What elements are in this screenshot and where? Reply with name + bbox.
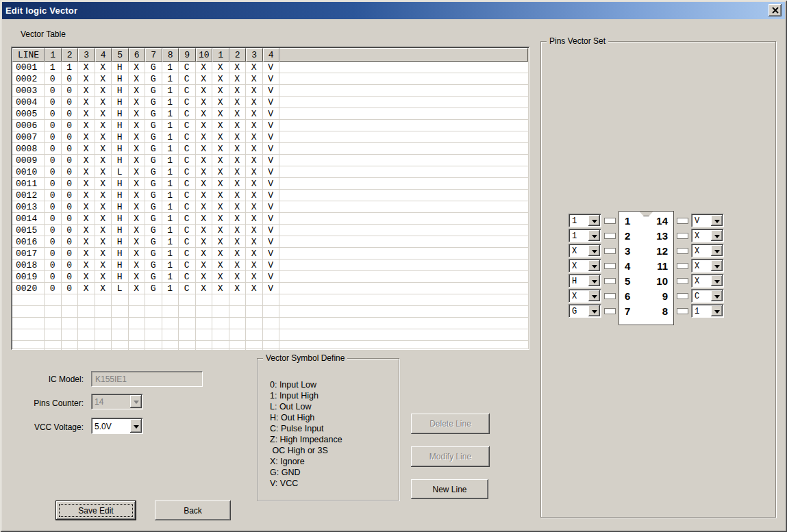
pin-12-dropdown-button[interactable] — [711, 245, 723, 256]
empty-table-row — [12, 318, 528, 329]
vector-cell: 0 — [62, 120, 79, 131]
vector-cell: 0 — [62, 236, 79, 247]
pin-7-vector-combo[interactable]: G — [569, 304, 601, 318]
pin-14-dropdown-button[interactable] — [711, 215, 723, 226]
pin-5-dropdown-button[interactable] — [588, 275, 600, 286]
vector-cell: H — [112, 259, 129, 270]
vector-cell: X — [246, 271, 263, 282]
chevron-down-icon — [714, 265, 720, 268]
vector-cell: V — [263, 225, 280, 236]
vector-cell: H — [112, 155, 129, 166]
title-bar[interactable]: Edit logic Vector — [2, 2, 785, 19]
vector-cell — [263, 329, 280, 340]
pin-6-dropdown-button[interactable] — [588, 290, 600, 301]
vector-cell: X — [229, 271, 247, 282]
vector-cell — [212, 294, 229, 305]
pin-13-vector-value: X — [692, 229, 710, 242]
pin-10-vector-value: X — [692, 275, 710, 287]
vcc-voltage-dropdown-button[interactable] — [130, 419, 142, 433]
pin-2-dropdown-button[interactable] — [588, 230, 600, 241]
column-header: 3 — [246, 48, 263, 62]
vector-cell: X — [78, 259, 95, 270]
pin-11-dropdown-button[interactable] — [711, 260, 723, 271]
new-line-button[interactable]: New Line — [411, 479, 488, 499]
pin-14-vector-combo[interactable]: V — [691, 214, 724, 227]
vector-cell: 0 — [45, 73, 62, 84]
pin-9-vector-combo[interactable]: C — [691, 289, 724, 303]
vector-cell: X — [196, 190, 213, 201]
close-button[interactable] — [769, 4, 782, 16]
vector-cell: X — [212, 271, 229, 282]
pin-6-vector-combo[interactable]: X — [569, 289, 601, 303]
vector-cell — [196, 294, 213, 305]
chip-notch-icon — [640, 212, 653, 216]
column-header: 2 — [229, 48, 247, 62]
vector-cell: V — [263, 166, 280, 177]
pin-10-dropdown-button[interactable] — [711, 275, 723, 286]
pin-1-dropdown-button[interactable] — [588, 215, 600, 226]
vector-cell — [129, 318, 146, 329]
pin-12-vector-combo[interactable]: X — [691, 244, 724, 257]
vector-cell: C — [179, 143, 196, 154]
row-filler — [279, 155, 528, 166]
pin-1-vector-combo[interactable]: 1 — [569, 214, 601, 227]
vector-cell — [62, 341, 79, 350]
pin-13-dropdown-button[interactable] — [711, 230, 723, 241]
pin-8-vector-combo[interactable]: 1 — [691, 304, 724, 318]
pin-stub-slot — [677, 214, 688, 227]
vector-table-grid[interactable]: LINE123456789101234 000111XXHXG1CXXXXV00… — [11, 47, 529, 350]
pin-7-dropdown-button[interactable] — [588, 305, 600, 316]
vector-cell: X — [78, 62, 95, 73]
pin-4-vector-combo[interactable]: X — [569, 259, 601, 273]
vector-cell: X — [129, 73, 146, 84]
pin-2-stub — [604, 233, 616, 239]
pin-3-vector-combo[interactable]: X — [569, 244, 601, 257]
vector-cell: 1 — [162, 190, 179, 201]
pin-stub-slot — [677, 259, 688, 273]
vector-cell: X — [229, 213, 247, 224]
pin-13-vector-combo[interactable]: X — [691, 229, 724, 242]
table-row: 000600XXHXG1CXXXXV — [12, 120, 528, 131]
vector-cell: X — [78, 143, 95, 154]
ic-chip-body: 1234567 141312111098 — [619, 211, 674, 325]
pin-2-vector-combo[interactable]: 1 — [569, 229, 601, 242]
column-header-filler — [279, 48, 528, 62]
pin-3-vector-value: X — [569, 244, 588, 257]
row-filler — [279, 341, 528, 350]
vector-cell: 0 — [45, 120, 62, 131]
table-row: 002000XXLXG1CXXXXV — [12, 283, 528, 294]
table-row: 001600XXHXG1CXXXXV — [12, 236, 528, 248]
pin-11-stub — [677, 263, 688, 269]
pin-8-dropdown-button[interactable] — [711, 305, 723, 316]
vector-cell: 0 — [62, 73, 79, 84]
pin-4-dropdown-button[interactable] — [588, 260, 600, 271]
vector-cell — [162, 341, 179, 350]
vector-cell: 0 — [45, 97, 62, 107]
vector-cell: 0 — [62, 213, 79, 224]
pin-3-dropdown-button[interactable] — [588, 245, 600, 256]
pin-11-vector-combo[interactable]: X — [691, 259, 724, 273]
chevron-down-icon — [592, 280, 597, 283]
vector-cell: X — [246, 120, 263, 131]
pin-10-vector-combo[interactable]: X — [691, 274, 724, 288]
pin-5-vector-combo[interactable]: H — [569, 274, 601, 288]
vector-cell — [196, 341, 213, 350]
vector-cell — [263, 306, 280, 317]
vcc-voltage-combo[interactable]: 5.0V — [91, 418, 143, 434]
line-number-cell: 0004 — [12, 97, 45, 107]
empty-table-row — [12, 306, 528, 318]
chevron-down-icon — [134, 425, 139, 429]
save-edit-button[interactable]: Save Edit — [55, 501, 136, 520]
table-row: 001800XXHXG1CXXXXV — [12, 259, 528, 271]
chevron-down-icon — [592, 265, 597, 268]
vector-cell: 0 — [62, 178, 79, 189]
vector-cell: X — [95, 166, 112, 177]
vector-cell: X — [196, 213, 213, 224]
chevron-down-icon — [592, 250, 597, 253]
back-button[interactable]: Back — [155, 501, 231, 520]
vector-cell — [196, 318, 213, 329]
vector-cell: C — [179, 62, 196, 73]
pin-9-dropdown-button[interactable] — [711, 290, 723, 301]
vector-cell: G — [145, 201, 162, 212]
vector-cell: X — [246, 155, 263, 166]
